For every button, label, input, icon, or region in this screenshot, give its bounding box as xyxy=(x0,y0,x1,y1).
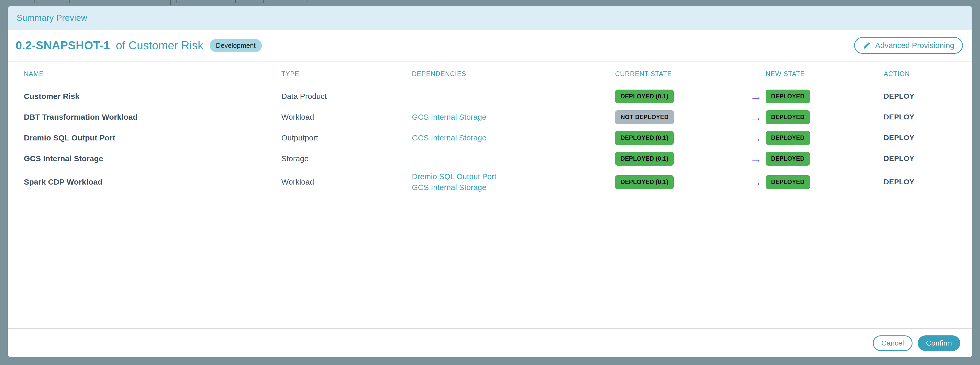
arrow-right-icon: → xyxy=(750,90,762,102)
new-state-badge: DEPLOYED xyxy=(765,131,810,145)
column-header: ACTION xyxy=(884,70,956,78)
background-text-fragment xyxy=(111,0,112,2)
current-state-cell: NOT DEPLOYED → xyxy=(615,110,765,124)
new-state-badge: DEPLOYED xyxy=(765,89,810,103)
new-state-cell: DEPLOYED xyxy=(765,89,884,103)
version-number: 0.2-SNAPSHOT-1 xyxy=(16,39,110,52)
current-state-cell: DEPLOYED (0.1) → xyxy=(615,175,765,189)
action-label: DEPLOY xyxy=(884,178,956,186)
table-body: Customer Risk Data Product DEPLOYED (0.1… xyxy=(24,86,956,195)
new-state-cell: DEPLOYED xyxy=(765,175,884,189)
advanced-provisioning-button[interactable]: Advanced Provisioning xyxy=(854,37,963,54)
dependency-link[interactable]: GCS Internal Storage xyxy=(412,112,615,122)
table-row: Dremio SQL Output Port Outputport GCS In… xyxy=(24,128,956,148)
arrow-right-icon: → xyxy=(750,153,762,164)
column-header: NEW STATE xyxy=(765,70,884,78)
title-row: 0.2-SNAPSHOT-1 of Customer Risk Developm… xyxy=(8,30,972,62)
current-state-cell: DEPLOYED (0.1) → xyxy=(615,131,765,145)
dependency-link[interactable]: GCS Internal Storage xyxy=(412,183,615,192)
component-name: Spark CDP Workload xyxy=(24,178,282,186)
arrow-right-icon: → xyxy=(750,132,762,144)
current-state-badge: DEPLOYED (0.1) xyxy=(615,152,674,166)
advanced-provisioning-label: Advanced Provisioning xyxy=(875,41,954,50)
component-name: GCS Internal Storage xyxy=(24,154,282,163)
component-name: Customer Risk xyxy=(24,92,282,101)
table-row: Spark CDP Workload Workload Dremio SQL O… xyxy=(24,169,956,195)
new-state-badge: DEPLOYED xyxy=(765,175,810,189)
dependencies-cell: GCS Internal Storage xyxy=(412,112,615,122)
version-title: 0.2-SNAPSHOT-1 of Customer Risk xyxy=(16,39,204,52)
component-name: DBT Transformation Workload xyxy=(24,113,282,121)
column-header: CURRENT STATE xyxy=(615,70,765,78)
background-text-fragment xyxy=(235,0,235,3)
action-label: DEPLOY xyxy=(884,155,956,163)
column-header: DEPENDENCIES xyxy=(412,70,615,78)
dependencies-cell: GCS Internal Storage xyxy=(412,133,615,142)
dependency-link[interactable]: GCS Internal Storage xyxy=(412,133,615,142)
action-label: DEPLOY xyxy=(884,92,956,100)
table-header-row: NAMETYPEDEPENDENCIESCURRENT STATENEW STA… xyxy=(24,62,956,86)
current-state-badge: NOT DEPLOYED xyxy=(615,110,674,124)
new-state-cell: DEPLOYED xyxy=(765,152,884,166)
modal-footer: Cancel Confirm xyxy=(8,328,972,357)
column-header: TYPE xyxy=(282,70,412,78)
deployment-table: NAMETYPEDEPENDENCIESCURRENT STATENEW STA… xyxy=(8,62,972,195)
current-state-badge: DEPLOYED (0.1) xyxy=(615,131,674,145)
dependency-link[interactable]: Dremio SQL Output Port xyxy=(412,172,615,181)
component-type: Workload xyxy=(282,178,412,186)
version-subject: of Customer Risk xyxy=(116,39,203,52)
background-text-fragment xyxy=(177,0,177,3)
arrow-right-icon: → xyxy=(750,176,762,188)
confirm-button[interactable]: Confirm xyxy=(918,335,960,351)
current-state-badge: DEPLOYED (0.1) xyxy=(615,175,674,189)
modal-header: Summary Preview xyxy=(8,6,972,30)
component-type: Storage xyxy=(282,154,412,163)
cancel-button[interactable]: Cancel xyxy=(873,335,913,351)
pencil-icon xyxy=(863,41,871,49)
component-type: Outputport xyxy=(282,134,412,142)
component-type: Workload xyxy=(282,113,412,121)
modal-title: Summary Preview xyxy=(17,13,87,23)
background-text-fragment xyxy=(170,0,171,5)
table-row: Customer Risk Data Product DEPLOYED (0.1… xyxy=(24,86,956,107)
dependencies-cell: Dremio SQL Output PortGCS Internal Stora… xyxy=(412,172,615,192)
component-type: Data Product xyxy=(282,92,412,101)
current-state-cell: DEPLOYED (0.1) → xyxy=(615,89,765,103)
column-header: NAME xyxy=(24,70,282,78)
table-row: GCS Internal Storage Storage DEPLOYED (0… xyxy=(24,148,956,169)
new-state-badge: DEPLOYED xyxy=(765,152,810,166)
environment-badge: Development xyxy=(210,39,262,52)
action-label: DEPLOY xyxy=(884,134,956,142)
component-name: Dremio SQL Output Port xyxy=(24,134,282,142)
summary-preview-modal: Summary Preview 0.2-SNAPSHOT-1 of Custom… xyxy=(8,6,972,357)
table-row: DBT Transformation Workload Workload GCS… xyxy=(24,107,956,128)
action-label: DEPLOY xyxy=(884,113,956,121)
current-state-badge: DEPLOYED (0.1) xyxy=(615,89,674,103)
background-text-fragment xyxy=(34,0,35,3)
new-state-badge: DEPLOYED xyxy=(765,110,810,124)
background-text-fragment xyxy=(69,0,70,3)
arrow-right-icon: → xyxy=(750,111,762,123)
new-state-cell: DEPLOYED xyxy=(765,110,884,124)
background-text-fragment xyxy=(307,0,308,2)
background-text-fragment xyxy=(263,0,264,3)
new-state-cell: DEPLOYED xyxy=(765,131,884,145)
current-state-cell: DEPLOYED (0.1) → xyxy=(615,152,765,166)
